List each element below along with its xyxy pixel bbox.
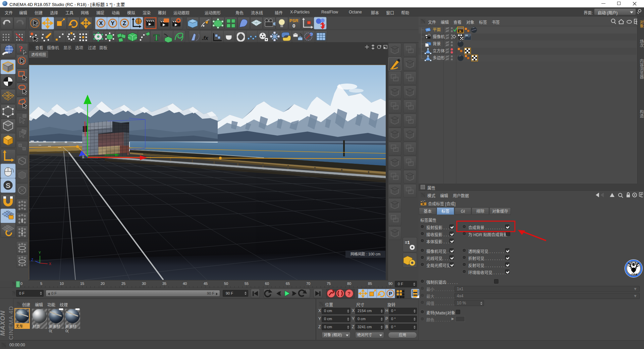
svg-text:T: T	[153, 32, 160, 43]
svg-text:=1: =1	[405, 240, 410, 245]
svg-text:Y: Y	[111, 20, 115, 27]
svg-text:5: 5	[40, 282, 42, 286]
svg-text:45: 45	[204, 282, 208, 286]
svg-text:Y: Y	[39, 251, 41, 255]
svg-text:80: 80	[347, 282, 351, 286]
svg-text:10: 10	[60, 282, 64, 286]
svg-text:75: 75	[327, 282, 331, 286]
svg-text:50: 50	[224, 282, 228, 286]
svg-text:55: 55	[245, 282, 249, 286]
svg-text:90: 90	[388, 282, 392, 286]
svg-text:85: 85	[368, 282, 372, 286]
svg-text:背景: 背景	[433, 42, 441, 46]
svg-text:15: 15	[80, 282, 84, 286]
svg-text:P: P	[389, 291, 392, 296]
svg-text:?: ?	[19, 44, 23, 53]
svg-text:.fx: .fx	[202, 35, 209, 41]
svg-text:25: 25	[121, 282, 125, 286]
svg-text:40: 40	[183, 282, 187, 286]
svg-text:60: 60	[265, 282, 269, 286]
svg-text:0: 0	[20, 282, 22, 286]
svg-text:Z: Z	[123, 20, 126, 27]
svg-text:行走者: 行走者	[631, 273, 638, 276]
svg-text:S: S	[6, 182, 10, 189]
svg-text:20: 20	[101, 282, 105, 286]
svg-text:摄像机: 摄像机	[433, 34, 445, 39]
svg-text:平面: 平面	[433, 28, 441, 32]
svg-text:65: 65	[286, 282, 290, 286]
svg-text:70: 70	[306, 282, 310, 286]
svg-text:X: X	[99, 20, 103, 27]
svg-text:0: 0	[292, 23, 295, 29]
svg-text:?: ?	[347, 291, 351, 296]
svg-text:多边形: 多边形	[433, 56, 445, 60]
svg-text:立方体: 立方体	[433, 48, 445, 53]
svg-text:35: 35	[162, 282, 166, 286]
svg-text:X: X	[49, 262, 51, 266]
svg-text:PSR: PSR	[289, 18, 299, 23]
svg-text:30: 30	[142, 282, 146, 286]
svg-text:Z: Z	[31, 258, 33, 262]
